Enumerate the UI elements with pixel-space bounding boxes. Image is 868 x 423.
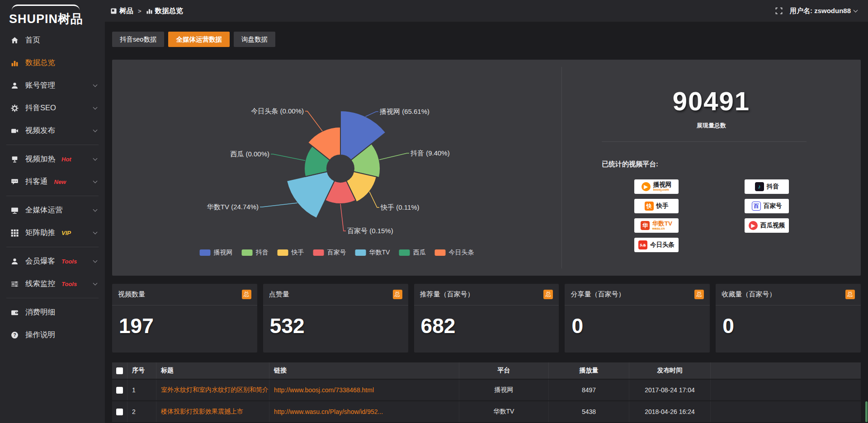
tab-2[interactable]: 询盘数据 xyxy=(234,32,275,47)
platform-badge-wasu-logo: 华华数TVwasu.cn xyxy=(634,218,679,233)
platform-name: 华数TV xyxy=(652,221,672,227)
legend-item-5[interactable]: 西瓜 xyxy=(399,249,425,257)
platforms-title: 已统计的视频平台: xyxy=(602,160,861,169)
sidebar: SHUPIN树品 首页数据总览账号管理抖音SEO视频发布视频加热Hot抖客通Ne… xyxy=(0,0,105,423)
chevron-down-icon xyxy=(93,105,98,109)
platform-name: 西瓜视频 xyxy=(760,222,785,229)
fullscreen-icon[interactable] xyxy=(775,7,783,14)
cell-title-link[interactable]: 室外水纹灯和室内水纹灯的区别和简介 xyxy=(161,386,269,393)
sidebar-item-3[interactable]: 抖音SEO xyxy=(0,97,105,119)
header-checkbox-cell xyxy=(112,362,127,379)
legend-item-1[interactable]: 抖音 xyxy=(242,249,269,257)
sliders-icon xyxy=(11,280,19,288)
breadcrumb-root[interactable]: 树品 xyxy=(119,6,133,16)
video-publish-icon xyxy=(11,127,19,135)
sidebar-item-tag: New xyxy=(54,179,66,185)
total-badge: 总 xyxy=(393,290,402,299)
sidebar-item-0[interactable]: 首页 xyxy=(0,29,105,52)
platform-name: 百家号 xyxy=(764,203,782,209)
legend-item-4[interactable]: 华数TV xyxy=(355,249,390,257)
column-header-4: 平台 xyxy=(459,362,549,379)
stat-card-0: 视频数量总197 xyxy=(112,284,257,352)
sidebar-item-12[interactable]: ?操作说明 xyxy=(0,324,105,346)
cell-time: 2017-08-24 17:04 xyxy=(629,380,711,400)
tab-1[interactable]: 全媒体运营数据 xyxy=(168,32,230,47)
legend-label: 西瓜 xyxy=(413,249,425,257)
legend-item-0[interactable]: 播视网 xyxy=(200,249,233,257)
platforms-column-right: ♪抖音百百家号▶西瓜视频 xyxy=(745,179,789,252)
chevron-down-icon xyxy=(93,281,98,285)
cell-url-link[interactable]: http://www.wasu.cn/Play/show/id/952... xyxy=(274,408,383,415)
column-header-6: 发布时间 xyxy=(629,362,711,379)
legend-item-6[interactable]: 今日头条 xyxy=(434,249,474,257)
app-logo: SHUPIN树品 xyxy=(0,0,105,29)
help-icon: ? xyxy=(11,331,19,339)
platform-badge-douyin-logo: ♪抖音 xyxy=(745,179,789,194)
platforms-column-left: ▶播视网boosj.com快快手华华数TVwasu.cn头条今日头条 xyxy=(634,179,679,252)
sidebar-item-8[interactable]: 矩阵助推VIP xyxy=(0,221,105,244)
monitor-icon xyxy=(11,206,19,214)
sidebar-item-9[interactable]: 会员爆客Tools xyxy=(0,250,105,273)
legend-item-3[interactable]: 百家号 xyxy=(313,249,346,257)
sidebar-item-tag: Tools xyxy=(61,258,77,265)
pie-slice-4[interactable] xyxy=(287,172,335,218)
legend-label: 华数TV xyxy=(369,249,390,257)
home-icon xyxy=(11,36,19,44)
sidebar-item-5[interactable]: 视频加热Hot xyxy=(0,148,105,170)
chevron-down-icon xyxy=(93,230,98,234)
row-checkbox[interactable] xyxy=(116,409,123,415)
stat-card-2: 推荐量（百家号）总682 xyxy=(414,284,559,352)
tab-0[interactable]: 抖音seo数据 xyxy=(112,32,164,47)
scrollbar-thumb[interactable] xyxy=(865,401,868,422)
table-row-0: 1室外水纹灯和室内水纹灯的区别和简介http://www.boosj.com/7… xyxy=(112,380,861,400)
cell-title-link[interactable]: 楼体投影灯投影效果震撼上市 xyxy=(161,408,243,415)
label-leader-line xyxy=(340,204,346,231)
cell-plays: 5438 xyxy=(549,401,629,422)
stat-card-title: 分享量（百家号） xyxy=(571,290,625,299)
cell-platform: 华数TV xyxy=(459,401,549,422)
chat-icon xyxy=(11,178,19,186)
sidebar-item-label: 数据总览 xyxy=(25,58,55,68)
cell-url-link[interactable]: http://www.boosj.com/7338468.html xyxy=(274,386,374,394)
sidebar-item-1[interactable]: 数据总览 xyxy=(0,52,105,74)
cell-index: 2 xyxy=(127,401,156,422)
chevron-down-icon xyxy=(93,82,98,87)
platform-name: 今日头条 xyxy=(650,242,675,248)
cell-empty xyxy=(711,380,861,400)
breadcrumb: 树品 > 数据总览 xyxy=(110,6,183,16)
gear-icon xyxy=(11,104,19,112)
row-checkbox[interactable] xyxy=(116,387,123,394)
sidebar-divider xyxy=(6,196,99,196)
sidebar-item-11[interactable]: 消费明细 xyxy=(0,301,105,324)
checkbox-cell xyxy=(112,401,127,422)
platforms-grid: ▶播视网boosj.com快快手华华数TVwasu.cn头条今日头条 ♪抖音百百… xyxy=(634,179,861,252)
logo-arc xyxy=(12,5,80,10)
chevron-down-icon xyxy=(93,258,98,263)
platform-badge-xigua-logo: ▶西瓜视频 xyxy=(745,218,789,233)
platform-name: 播视网 xyxy=(653,182,672,188)
label-leader-line xyxy=(366,112,379,117)
data-tabs: 抖音seo数据全媒体运营数据询盘数据 xyxy=(112,32,861,47)
select-all-checkbox[interactable] xyxy=(116,367,123,374)
legend-label: 快手 xyxy=(292,249,304,257)
pie-label-3: 百家号 (0.15%) xyxy=(347,227,393,235)
user-menu[interactable]: 用户名: zswodun88 xyxy=(790,7,857,15)
legend-label: 播视网 xyxy=(214,249,233,257)
total-badge: 总 xyxy=(242,290,251,299)
sidebar-item-7[interactable]: 全媒体运营 xyxy=(0,199,105,221)
platform-name: 快手 xyxy=(656,203,669,209)
platform-badge-boosj-logo: ▶播视网boosj.com xyxy=(634,179,679,194)
member-icon xyxy=(11,257,19,265)
sidebar-item-6[interactable]: 抖客通New xyxy=(0,170,105,193)
sidebar-item-10[interactable]: 线索监控Tools xyxy=(0,273,105,295)
legend-item-2[interactable]: 快手 xyxy=(278,249,304,257)
total-badge: 总 xyxy=(543,290,553,299)
cell-time: 2018-04-26 16:24 xyxy=(629,401,711,422)
sidebar-item-label: 账号管理 xyxy=(25,80,55,90)
platform-sub: boosj.com xyxy=(653,188,669,192)
chart-legend: 播视网抖音快手百家号华数TV西瓜今日头条 xyxy=(200,249,474,257)
content: 抖音seo数据全媒体运营数据询盘数据 播视网 (65.61%)抖音 (9.40%… xyxy=(105,22,868,423)
sidebar-item-2[interactable]: 账号管理 xyxy=(0,74,105,97)
stat-card-title: 推荐量（百家号） xyxy=(420,290,474,299)
sidebar-item-4[interactable]: 视频发布 xyxy=(0,119,105,142)
